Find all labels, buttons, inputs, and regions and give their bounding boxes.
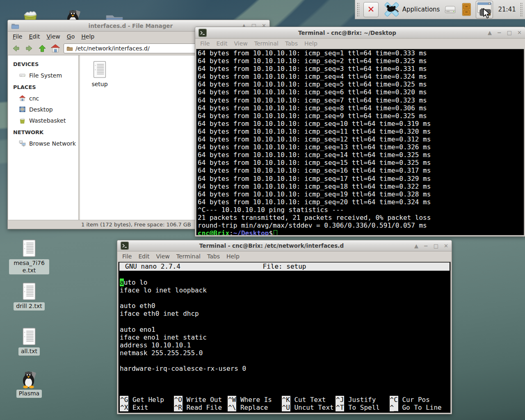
shade-button[interactable]: ▲ — [414, 243, 418, 249]
desktop-icon-all-txt[interactable]: all.txt — [9, 327, 49, 356]
nano-shortcut-cur-pos: ^C Cur Pos — [390, 396, 430, 404]
window-title: Terminal - cnc@Brix: ~/Desktop — [209, 30, 485, 36]
up-button[interactable] — [37, 43, 47, 53]
path-text: /etc/network/interfaces.d/ — [75, 45, 150, 52]
menu-item-help[interactable]: Help — [223, 252, 243, 260]
sidebar-item-file-system[interactable]: File System — [8, 70, 78, 81]
desktop-icon-mesa_7i76e-txt[interactable]: mesa_7i76e.txt — [9, 239, 49, 274]
file-manager-sidebar: DEVICESFile SystemPLACEScncDesktopWasteb… — [8, 55, 79, 220]
terminal-line: 64 bytes from 10.10.10.10: icmp_seq=3 tt… — [196, 65, 524, 73]
desktop-icon-drill-2-txt[interactable]: drill 2.txt — [9, 282, 49, 310]
screenshot-tool-button[interactable] — [476, 1, 493, 18]
close-window-launcher[interactable]: ✕ — [363, 2, 379, 17]
xfce-menu-icon — [383, 0, 401, 18]
file-item-setup[interactable]: setup — [85, 60, 114, 87]
nano-shortcut-replace: ^\ Replace — [228, 404, 282, 411]
nano-shortcut-cut-text: ^K Cut Text — [282, 396, 336, 404]
clock[interactable]: 21:41 — [498, 6, 516, 13]
nano-line: auto eth0 — [119, 302, 450, 310]
nano-shortcut-to-spell: ^T To Spell — [336, 404, 390, 411]
menu-item-file[interactable]: File — [9, 32, 25, 41]
desktop-icon-label: drill 2.txt — [14, 302, 44, 310]
terminal-nano-menubar: FileEditViewTerminalTabsHelp — [117, 251, 452, 261]
nano-line: iface eno1 inet static — [119, 333, 450, 341]
terminal-ping-screen[interactable]: 64 bytes from 10.10.10.10: icmp_seq=1 tt… — [196, 49, 524, 235]
applications-label: Applications — [402, 6, 440, 13]
path-folder-icon — [66, 46, 73, 51]
tux-icon — [20, 370, 39, 388]
menu-item-file[interactable]: File — [119, 252, 135, 260]
nano-shortcut-read-file: ^R Read File — [174, 404, 228, 411]
terminal-ping-window: Terminal - cnc@Brix: ~/Desktop ▲−□✕ File… — [195, 27, 525, 237]
minimize-button[interactable]: − — [497, 30, 502, 35]
back-button[interactable] — [11, 43, 21, 53]
menu-item-help[interactable]: Help — [301, 39, 321, 48]
menu-item-edit[interactable]: Edit — [213, 39, 231, 48]
window-buttons: ▲−□✕ — [488, 30, 522, 35]
nano-shortcut-uncut-text: ^U Uncut Text — [282, 404, 336, 411]
terminal-line: 64 bytes from 10.10.10.10: icmp_seq=6 tt… — [196, 88, 524, 96]
sidebar-item-wastebasket[interactable]: Wastebasket — [8, 115, 78, 126]
nano-shortcut-exit: ^X Exit — [120, 404, 174, 411]
home-button[interactable] — [50, 43, 60, 53]
maximize-button[interactable]: □ — [507, 30, 512, 35]
menu-item-view[interactable]: View — [153, 252, 173, 260]
menu-item-help[interactable]: Help — [78, 32, 98, 41]
window-buttons: ▲−□✕ — [414, 243, 448, 249]
sidebar-section-places: PLACES — [8, 81, 78, 93]
menu-item-terminal[interactable]: Terminal — [251, 39, 282, 48]
terminal-ping-titlebar[interactable]: Terminal - cnc@Brix: ~/Desktop ▲−□✕ — [195, 27, 525, 39]
nano-shortcut-justify: ^J Justify — [336, 396, 390, 404]
menu-item-edit[interactable]: Edit — [135, 252, 153, 260]
terminal-icon — [199, 29, 207, 37]
terminal-line: 64 bytes from 10.10.10.10: icmp_seq=10 t… — [196, 120, 524, 128]
panel-grip-left[interactable] — [357, 2, 359, 16]
menu-item-tabs[interactable]: Tabs — [282, 39, 301, 48]
terminal-line: 64 bytes from 10.10.10.10: icmp_seq=9 tt… — [196, 112, 524, 120]
removable-drive-icon[interactable] — [444, 2, 457, 17]
terminal-line: 64 bytes from 10.10.10.10: icmp_seq=5 tt… — [196, 80, 524, 88]
maximize-button[interactable]: □ — [434, 243, 438, 249]
terminal-nano-titlebar[interactable]: Terminal - cnc@Brix: /etc/network/interf… — [117, 240, 452, 251]
shade-button[interactable]: ▲ — [488, 30, 492, 35]
terminal-nano-screen[interactable]: GNU nano 2.7.4 File: setup auto loiface … — [118, 262, 451, 413]
terminal-line: 64 bytes from 10.10.10.10: icmp_seq=19 t… — [196, 190, 524, 198]
trash-icon — [19, 117, 26, 124]
terminal-cursor — [274, 230, 277, 235]
nano-line — [119, 357, 450, 365]
nano-buffer: auto loiface lo inet loopback auto eth0i… — [119, 271, 450, 372]
sidebar-section-network: NETWORK — [8, 126, 78, 138]
desktop-icon-label: mesa_7i76e.txt — [9, 259, 49, 274]
minimize-button[interactable]: − — [424, 243, 428, 249]
terminal-line: 64 bytes from 10.10.10.10: icmp_seq=2 tt… — [196, 57, 524, 65]
menu-item-view[interactable]: View — [43, 32, 64, 41]
menu-item-terminal[interactable]: Terminal — [173, 252, 204, 260]
file-label: setup — [85, 81, 114, 87]
sidebar-item-label: File System — [29, 72, 62, 79]
sidebar-item-browse-network[interactable]: Browse Network — [8, 138, 78, 149]
sidebar-item-cnc[interactable]: cnc — [8, 93, 78, 104]
file-cabinet-icon[interactable] — [461, 1, 472, 18]
nano-line: auto lo — [119, 278, 450, 286]
terminal-ping-menubar: FileEditViewTerminalTabsHelp — [195, 39, 525, 48]
terminal-line: 64 bytes from 10.10.10.10: icmp_seq=7 tt… — [196, 96, 524, 104]
menu-item-go[interactable]: Go — [64, 32, 78, 41]
panel-grip-right[interactable] — [520, 2, 523, 16]
desktop-icon-plasma[interactable]: Plasma — [9, 370, 49, 398]
forward-button[interactable] — [24, 43, 34, 53]
nano-line: iface lo inet loopback — [119, 286, 450, 294]
close-button[interactable]: ✕ — [517, 30, 522, 35]
nano-line: hardware-irq-coalesce-rx-users 0 — [119, 365, 450, 372]
network-icon — [19, 140, 26, 147]
sidebar-item-desktop[interactable]: Desktop — [8, 104, 78, 115]
nano-shortcut-where-is: ^W Where Is — [228, 396, 282, 404]
menu-item-view[interactable]: View — [231, 39, 251, 48]
applications-menu-button[interactable]: Applications — [383, 0, 440, 18]
close-button[interactable]: ✕ — [444, 243, 448, 249]
desktop-icon-label: all.txt — [18, 347, 40, 356]
textfile-icon — [91, 60, 108, 79]
nano-shortcut-bar: ^G Get Help^O Write Out^W Where Is^K Cut… — [119, 396, 450, 413]
menu-item-file[interactable]: File — [197, 39, 213, 48]
menu-item-edit[interactable]: Edit — [25, 32, 43, 41]
menu-item-tabs[interactable]: Tabs — [204, 252, 223, 260]
